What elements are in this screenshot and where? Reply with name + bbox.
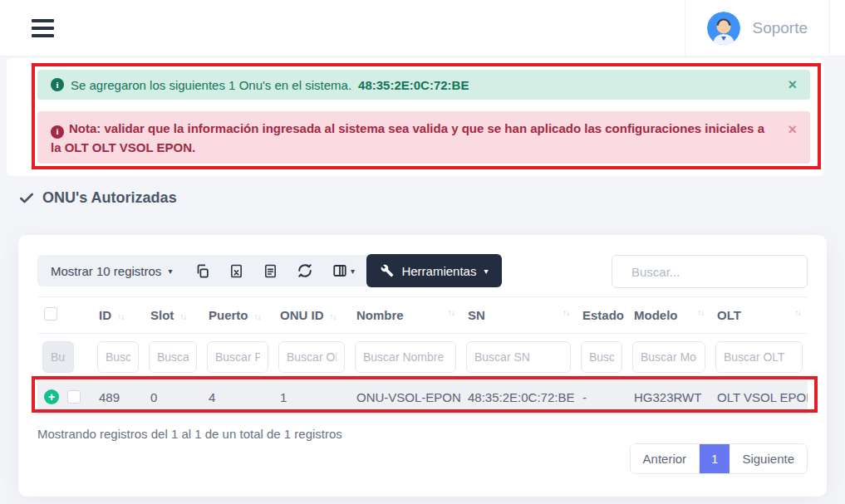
- cell-puerto: 4: [202, 380, 273, 414]
- table-header-row: ID↑↓ Slot↑↓ Puerto↑↓ ONU ID↑↓ Nombre↑↓ S…: [37, 297, 808, 334]
- column-header-id[interactable]: ID↑↓: [92, 297, 144, 334]
- column-header-sn[interactable]: SN↑↓: [461, 297, 576, 334]
- page-title-label: ONU's Autorizadas: [42, 189, 177, 207]
- export-document-button[interactable]: [253, 255, 287, 286]
- table-filter-row: [37, 334, 808, 381]
- pagination-page-1[interactable]: 1: [699, 444, 730, 473]
- onu-table-card: Mostrar 10 registros ▾ ▾ Herramientas: [18, 235, 827, 497]
- filter-input-estado[interactable]: [581, 341, 622, 373]
- cell-id: 489: [92, 380, 144, 414]
- table-row[interactable]: + 489 0 4 1 ONU-VSOL-EPON 48:35:2E:0C:72…: [37, 380, 808, 414]
- filter-input-select: [42, 341, 74, 373]
- excel-file-icon: [229, 264, 243, 278]
- filter-input-puerto[interactable]: [207, 341, 268, 373]
- sort-icon[interactable]: ↑↓: [179, 312, 186, 321]
- columns-icon: [332, 263, 347, 278]
- column-header-modelo[interactable]: Modelo↑↓: [627, 297, 710, 334]
- warning-alert-message: Nota: validar que la información ingresa…: [51, 121, 764, 154]
- toolbar-button-group: Mostrar 10 registros ▾ ▾ Herramientas: [37, 255, 502, 286]
- cell-slot: 0: [144, 380, 202, 414]
- row-checkbox[interactable]: [67, 390, 81, 404]
- filter-input-nombre[interactable]: [355, 341, 456, 373]
- filter-input-modelo[interactable]: [632, 341, 705, 373]
- pagination-next-button[interactable]: Siguiente: [730, 444, 807, 473]
- onu-table: ID↑↓ Slot↑↓ Puerto↑↓ ONU ID↑↓ Nombre↑↓ S…: [37, 296, 808, 414]
- column-header-estado[interactable]: Estado: [576, 297, 627, 334]
- warning-alert: iNota: validar que la información ingres…: [37, 111, 810, 164]
- sort-icon[interactable]: ↑↓: [254, 312, 261, 321]
- success-alert-mac: 48:35:2E:0C:72:BE: [358, 78, 469, 92]
- select-all-checkbox[interactable]: [44, 307, 57, 321]
- top-navbar: Soporte: [0, 0, 845, 56]
- info-circle-icon: i: [51, 78, 64, 91]
- chevron-down-icon: ▾: [168, 267, 172, 276]
- export-excel-button[interactable]: [219, 255, 253, 286]
- column-header-puerto[interactable]: Puerto↑↓: [202, 297, 273, 334]
- refresh-icon: [297, 263, 312, 278]
- column-header-onu-id[interactable]: ONU ID↑↓: [273, 297, 350, 334]
- hamburger-menu-icon[interactable]: [32, 19, 54, 42]
- records-info-label: Mostrando registros del 1 al 1 de un tot…: [37, 427, 342, 441]
- pagination: Anterior 1 Siguiente: [630, 443, 808, 474]
- filter-input-onu-id[interactable]: [278, 341, 345, 373]
- sort-icon[interactable]: ↑↓: [448, 308, 454, 317]
- user-avatar: [707, 12, 740, 45]
- success-alert: i Se agregaron los siguientes 1 Onu's en…: [37, 70, 810, 100]
- column-header-olt[interactable]: OLT↑↓: [710, 297, 808, 334]
- show-records-label: Mostrar 10 registros: [51, 264, 161, 278]
- refresh-button[interactable]: [287, 255, 322, 286]
- check-icon: [18, 190, 35, 207]
- file-text-icon: [263, 264, 278, 278]
- cell-estado: -: [576, 380, 627, 414]
- close-icon[interactable]: ×: [788, 122, 797, 137]
- cell-onu-id: 1: [273, 380, 350, 414]
- sort-icon[interactable]: ↑↓: [563, 308, 569, 317]
- close-icon[interactable]: ×: [788, 77, 797, 92]
- sort-icon[interactable]: ↑↓: [330, 312, 337, 321]
- copy-icon: [195, 264, 209, 278]
- cell-olt: OLT VSOL EPON: [710, 380, 808, 414]
- column-header-nombre[interactable]: Nombre↑↓: [350, 297, 461, 334]
- search-input[interactable]: [631, 265, 797, 279]
- show-records-dropdown[interactable]: Mostrar 10 registros ▾: [37, 255, 185, 286]
- copy-button[interactable]: [185, 255, 219, 286]
- herramientas-label: Herramientas: [401, 264, 476, 278]
- filter-input-id[interactable]: [97, 341, 139, 373]
- cell-nombre: ONU-VSOL-EPON: [350, 380, 461, 414]
- filter-input-sn[interactable]: [466, 341, 571, 373]
- pagination-prev-button[interactable]: Anterior: [631, 444, 700, 473]
- chevron-down-icon: ▾: [484, 267, 488, 276]
- column-header-slot[interactable]: Slot↑↓: [144, 297, 202, 334]
- table-search: [612, 255, 808, 288]
- column-visibility-dropdown[interactable]: ▾: [322, 255, 365, 286]
- filter-input-olt[interactable]: [715, 341, 803, 373]
- user-menu[interactable]: Soporte: [685, 0, 830, 56]
- table-toolbar: Mostrar 10 registros ▾ ▾ Herramientas: [37, 255, 502, 286]
- cell-modelo: HG323RWT: [627, 380, 710, 414]
- sort-icon[interactable]: ↑↓: [794, 308, 801, 317]
- success-alert-message: Se agregaron los siguientes 1 Onu's en e…: [71, 78, 351, 92]
- header-select-all: [37, 297, 92, 334]
- chevron-down-icon: ▾: [351, 267, 355, 276]
- expand-row-button[interactable]: +: [44, 389, 59, 404]
- sort-icon[interactable]: ↑↓: [117, 312, 124, 321]
- wrench-icon: [381, 264, 394, 277]
- info-circle-icon: i: [51, 125, 64, 139]
- filter-input-slot[interactable]: [149, 341, 197, 373]
- cell-sn: 48:35:2E:0C:72:BE: [461, 380, 576, 414]
- user-name-label: Soporte: [752, 19, 808, 37]
- page-title: ONU's Autorizadas: [18, 189, 177, 207]
- sort-icon[interactable]: ↑↓: [697, 308, 704, 317]
- herramientas-dropdown-button[interactable]: Herramientas ▾: [366, 254, 502, 287]
